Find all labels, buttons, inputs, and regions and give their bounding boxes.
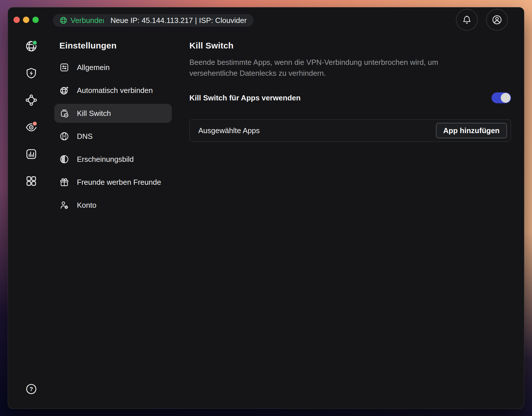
kill-switch-icon (59, 108, 69, 118)
avatar-icon (491, 14, 503, 26)
app-body: ? Einstellungen Allgemein (8, 33, 524, 409)
help-button[interactable]: ? (25, 383, 38, 395)
dark-web-monitor-icon (25, 121, 38, 133)
statistics-icon (25, 148, 38, 160)
nav-meshnet[interactable] (25, 94, 38, 106)
app-window: Verbunden Neue IP: 45.144.113.217 | ISP:… (8, 7, 524, 409)
menu-item-label: Automatisch verbinden (77, 86, 153, 95)
settings-menu: Einstellungen Allgemein (54, 33, 172, 409)
bell-icon (461, 14, 472, 25)
desktop-wallpaper: { "header": { "status_badge": { "label":… (0, 0, 532, 416)
shield-lightning-icon (25, 67, 38, 79)
menu-item-freunde-werben[interactable]: Freunde werben Freunde (54, 173, 172, 192)
menu-item-label: Allgemein (77, 63, 110, 72)
kill-switch-apps-toggle[interactable] (492, 92, 511, 103)
menu-item-label: Erscheinungsbild (77, 155, 134, 164)
menu-item-label: Konto (77, 201, 96, 210)
ip-info-pill: Neue IP: 45.144.113.217 | ISP: Clouvider (104, 14, 254, 27)
menu-item-label: Kill Switch (77, 109, 111, 118)
page-description: Beende bestimmte Apps, wenn die VPN-Verb… (189, 57, 511, 79)
nav-dark-web-monitor[interactable] (25, 121, 38, 133)
general-settings-icon (59, 62, 69, 73)
notifications-button[interactable] (456, 9, 478, 31)
menu-item-konto[interactable]: Konto (54, 196, 172, 215)
help-glyph: ? (29, 386, 33, 392)
menu-item-dns[interactable]: DNS DNS (54, 127, 172, 146)
nav-apps-grid[interactable] (25, 175, 38, 187)
close-window-button[interactable] (13, 17, 20, 23)
nav-vpn-connection[interactable] (25, 40, 38, 53)
apps-grid-icon (25, 175, 38, 187)
nav-threat-protection[interactable] (25, 67, 38, 79)
traffic-lights (13, 17, 39, 23)
main-content: Kill Switch Beende bestimmte Apps, wenn … (172, 33, 524, 409)
minimize-window-button[interactable] (23, 17, 29, 23)
menu-item-automatisch-verbinden[interactable]: Automatisch verbinden (54, 81, 172, 100)
gift-icon (59, 177, 69, 187)
kill-switch-toggle-label: Kill Switch für Apps verwenden (189, 94, 301, 102)
dns-icon: DNS (59, 131, 69, 141)
ip-info-text: Neue IP: 45.144.113.217 | ISP: Clouvider (110, 16, 247, 25)
selected-apps-label: Ausgewählte Apps (198, 126, 260, 135)
globe-icon (59, 16, 68, 25)
account-button[interactable] (486, 9, 508, 31)
menu-item-kill-switch[interactable]: Kill Switch (54, 104, 172, 123)
globe-connection-icon (25, 40, 38, 53)
nav-rail: ? (8, 33, 54, 409)
alert-dot (32, 121, 37, 126)
settings-menu-title: Einstellungen (54, 41, 172, 50)
appearance-icon (59, 154, 69, 164)
menu-item-label: Freunde werben Freunde (77, 178, 161, 187)
meshnet-icon (25, 94, 38, 106)
menu-item-label: DNS (77, 132, 93, 141)
connected-dot (32, 40, 37, 45)
help-icon: ? (25, 383, 38, 395)
kill-switch-toggle-row: Kill Switch für Apps verwenden (189, 92, 511, 103)
account-gear-icon (59, 200, 69, 210)
lightning-bolt (30, 71, 33, 76)
menu-item-erscheinungsbild[interactable]: Erscheinungsbild (54, 150, 172, 169)
title-bar: Verbunden Neue IP: 45.144.113.217 | ISP:… (8, 7, 524, 33)
auto-connect-icon (59, 85, 69, 96)
menu-item-allgemein[interactable]: Allgemein (54, 58, 172, 77)
toggle-knob (501, 93, 510, 103)
zoom-window-button[interactable] (32, 17, 39, 23)
nav-statistics[interactable] (25, 148, 38, 160)
dns-icon-text: DNS (62, 135, 67, 137)
selected-apps-panel: Ausgewählte Apps App hinzufügen (189, 119, 511, 142)
add-app-button[interactable]: App hinzufügen (436, 123, 507, 138)
connection-status-label: Verbunden (71, 16, 107, 25)
page-title: Kill Switch (189, 41, 511, 50)
